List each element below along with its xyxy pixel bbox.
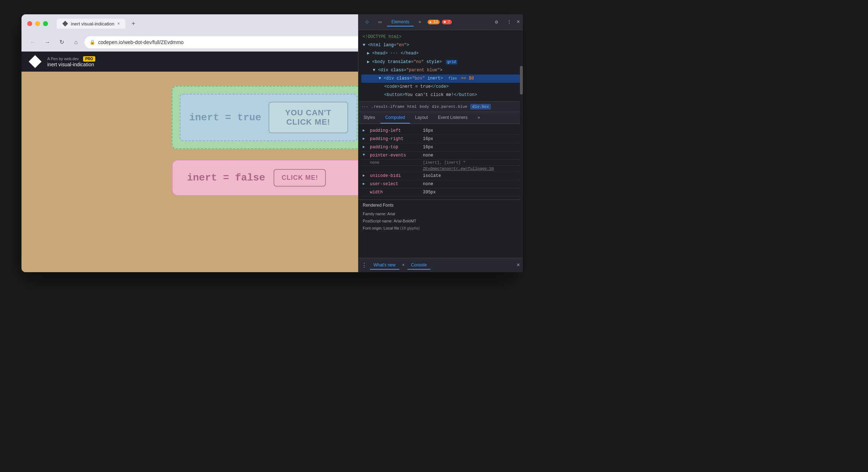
prop-sub-source: none [370,160,420,165]
breadcrumb-body[interactable]: body [420,105,429,109]
dom-doctype[interactable]: <!DOCTYPE html> [361,33,520,41]
tab-elements[interactable]: Elements [387,18,414,27]
inert-false-label: inert = false [187,172,265,183]
close-traffic-light[interactable] [27,21,32,26]
prop-unicode-bidi[interactable]: ▶ unicode-bidi isolate [361,172,520,180]
pro-badge: PRO [83,56,95,62]
inert-false-container: inert = false CLICK ME! [172,160,365,196]
devtools-bottom-close-icon[interactable]: × [516,262,520,269]
computed-properties-list: ▶ padding-left 16px ▶ padding-right 16px… [358,124,523,199]
breadcrumb-parent-div[interactable]: div.parent.blue [432,105,467,109]
active-tab[interactable]: inert visual-indication × [57,19,125,29]
pen-author: A Pen by web.dev [47,57,79,61]
devtools-close-button[interactable]: × [516,19,520,25]
home-button[interactable]: ⌂ [70,37,82,48]
devtools-menu-button[interactable]: ⋮ [503,16,515,28]
dom-head[interactable]: ▶ <head> ··· </head> [361,49,520,58]
devtools-tabs: Elements » ▲ 13 ■ 7 [387,18,489,27]
codepen-logo [29,55,42,68]
panel-tab-event-listeners[interactable]: Event Listeners [433,112,473,124]
devtools-panel: ⊹ ▭ Elements » ▲ 13 ■ 7 ⚙ ⋮ × <!DOCTYPE … [358,14,523,272]
expand-padding-right-icon[interactable]: ▶ [363,136,367,141]
url-text: codepen.io/web-dot-dev/full/ZEvdmmo [98,39,184,45]
settings-button[interactable]: ⚙ [491,16,502,28]
dom-parent-div[interactable]: ▼ <div class="parent blue"> [361,66,520,74]
expand-unicode-bidi-icon[interactable]: ▶ [363,173,367,178]
back-button[interactable]: ← [27,37,39,48]
minimize-traffic-light[interactable] [35,21,40,26]
cant-click-button: YOU CAN'T CLICK ME! [269,102,348,133]
panel-tab-computed[interactable]: Computed [380,112,410,124]
prop-value-width: 395px [423,190,519,195]
codepen-title-area: A Pen by web.dev PRO inert visual-indica… [47,56,95,67]
prop-padding-top[interactable]: ▶ padding-top 16px [361,143,520,151]
breadcrumb-html[interactable]: html [407,105,416,109]
expand-padding-top-icon[interactable]: ▶ [363,145,367,149]
prop-source-link[interactable]: ZEvdmmo?anon=tr…ew=fullpage:30 [423,167,494,171]
prop-padding-left[interactable]: ▶ padding-left 16px [361,127,520,135]
prop-name-width: width [370,190,420,195]
prop-user-select[interactable]: ▶ user-select none [361,180,520,188]
prop-value-padding-right: 16px [423,136,519,141]
reload-button[interactable]: ↻ [56,37,67,48]
inspect-element-button[interactable]: ⊹ [361,16,373,28]
breadcrumb-iframe[interactable]: .result-iframe [371,105,404,109]
panel-tab-styles[interactable]: Styles [358,112,380,124]
lock-icon: 🔒 [90,39,95,45]
dom-box-div[interactable]: ▼ <div class="box" inert> flex == $0 [361,74,520,83]
font-family: Family name: Arial [363,211,519,218]
font-origin: Font origin: Local file (18 glyphs) [363,225,519,232]
breadcrumb-ellipsis[interactable]: ··· [361,105,368,109]
panel-tab-more[interactable]: » [473,112,485,124]
panel-tab-layout[interactable]: Layout [410,112,433,124]
new-tab-button[interactable]: + [128,19,138,29]
inert-true-container: inert = true YOU CAN'T CLICK ME! [172,86,365,149]
font-glyphs: (18 glyphs) [400,226,420,230]
prop-pointer-events[interactable]: ▼ pointer-events none [361,151,520,160]
prop-name-padding-left: padding-left [370,128,420,133]
forward-button[interactable]: → [42,37,53,48]
bottom-menu-icon[interactable]: ⋮ [361,262,367,269]
dom-code[interactable]: <code>inert = true</code> [361,83,520,91]
dom-body[interactable]: ▶ <body translate="no" style> grid [361,58,520,66]
rendered-fonts-section: Rendered Fonts Family name: Arial PostSc… [358,199,523,235]
rendered-fonts-title: Rendered Fonts [363,203,519,208]
prop-name-unicode-bidi: unicode-bidi [370,173,420,178]
inert-box: inert = true YOU CAN'T CLICK ME! [180,94,357,141]
pen-name: inert visual-indication [47,62,95,67]
dom-button[interactable]: <button>You can't click me!</button> [361,91,520,99]
devtools-bottom-bar: ⋮ What's new × Console × [358,258,523,272]
prop-value-user-select: none [423,182,519,187]
devtools-panel-tabs: Styles Computed Layout Event Listeners » [358,112,523,124]
prop-value-padding-left: 16px [423,128,519,133]
prop-value-padding-top: 16px [423,145,519,150]
prop-name-pointer-events: pointer-events [370,153,420,158]
devtools-breadcrumb: ··· .result-iframe html body div.parent.… [358,102,523,112]
expand-pointer-events-icon[interactable]: ▼ [363,153,367,157]
devtools-scrollbar[interactable] [520,30,523,245]
tab-close-icon[interactable]: × [117,21,120,26]
tab-more[interactable]: » [414,18,425,27]
click-me-button[interactable]: CLICK ME! [274,169,326,187]
prop-padding-right[interactable]: ▶ padding-right 16px [361,135,520,143]
maximize-traffic-light[interactable] [43,21,48,26]
expand-user-select-icon[interactable]: ▶ [363,182,367,186]
prop-value-unicode-bidi: isolate [423,173,519,178]
prop-width[interactable]: width 395px [361,188,520,197]
devtools-scrollbar-thumb[interactable] [520,66,523,95]
expand-padding-left-icon[interactable]: ▶ [363,128,367,133]
breadcrumb-box-div[interactable]: div.box [470,104,491,110]
whats-new-close-icon[interactable]: × [402,263,405,268]
prop-name-padding-right: padding-right [370,136,420,141]
prop-name-user-select: user-select [370,182,420,187]
devtools-computed-panel: ▶ padding-left 16px ▶ padding-right 16px… [358,124,523,258]
dom-html[interactable]: ▼ <html lang="en"> [361,41,520,49]
console-tab[interactable]: Console [408,261,430,270]
font-postscript: PostScript name: Arial-BoldMT [363,218,519,225]
warning-badge: ▲ 13 [428,20,440,24]
whats-new-tab[interactable]: What's new [370,261,399,270]
prop-value-pointer-events: none [423,153,519,158]
dom-tree: <!DOCTYPE html> ▼ <html lang="en"> ▶ <he… [358,30,523,102]
device-toolbar-button[interactable]: ▭ [374,16,386,28]
tab-area: inert visual-indication × + [57,19,138,29]
